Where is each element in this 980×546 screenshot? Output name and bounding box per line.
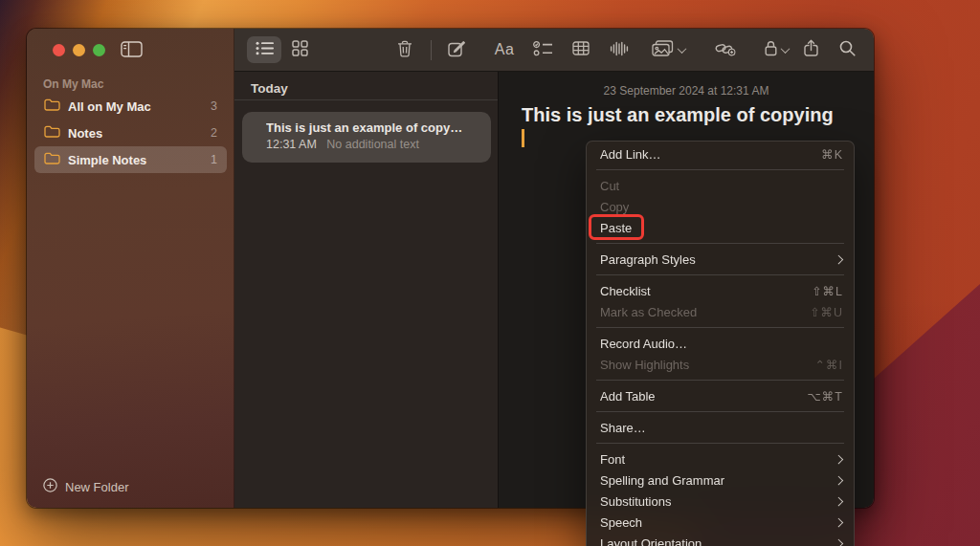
audio-graph-button[interactable] xyxy=(602,36,636,63)
menu-item-label: Show Highlights xyxy=(600,358,689,372)
toggle-sidebar-button[interactable] xyxy=(115,38,147,63)
search-button[interactable] xyxy=(830,36,864,63)
notes-group-divider xyxy=(234,99,498,100)
menu-separator xyxy=(596,327,844,328)
desktop: On My Mac All on My Mac 3 Notes 2 xyxy=(0,0,980,546)
add-link-button[interactable] xyxy=(708,36,743,63)
new-folder-label: New Folder xyxy=(65,480,128,494)
media-button[interactable] xyxy=(641,36,695,63)
menu-item-label: Add Table xyxy=(600,389,656,404)
menu-item-label: Paste xyxy=(600,221,632,235)
toolbar-divider xyxy=(431,40,432,60)
minimize-button[interactable] xyxy=(73,44,85,56)
menu-item-label: Speech xyxy=(600,515,642,530)
table-icon xyxy=(572,41,590,58)
folder-icon xyxy=(44,98,60,115)
share-button[interactable] xyxy=(793,36,828,63)
new-folder-button[interactable]: New Folder xyxy=(43,478,128,495)
zoom-button[interactable] xyxy=(93,44,105,56)
context-menu: Add Link… ⌘K Cut Copy Paste Paragraph St… xyxy=(586,141,855,546)
folder-label: All on My Mac xyxy=(68,99,203,114)
note-list-item[interactable]: This is just an example of copy… 12:31 A… xyxy=(242,112,491,163)
menu-item-add-link[interactable]: Add Link… ⌘K xyxy=(587,143,854,164)
submenu-chevron-icon xyxy=(834,496,842,505)
note-time: 12:31 AM xyxy=(266,138,317,151)
folder-label: Notes xyxy=(68,126,203,141)
sidebar-item-simple-notes[interactable]: Simple Notes 1 xyxy=(34,146,227,173)
submenu-chevron-icon xyxy=(834,454,842,463)
menu-separator xyxy=(596,443,844,444)
menu-item-shortcut: ⌘K xyxy=(821,147,843,162)
media-icon xyxy=(652,40,674,59)
menu-item-label: Cut xyxy=(600,179,619,193)
format-text-icon: Aa xyxy=(495,41,515,58)
menu-item-spelling-and-grammar[interactable]: Spelling and Grammar xyxy=(587,470,854,491)
menu-item-font[interactable]: Font xyxy=(587,448,854,470)
menu-item-label: Mark as Checked xyxy=(600,305,697,319)
share-icon xyxy=(804,39,818,60)
menu-separator xyxy=(596,243,844,244)
sidebar-item-all-on-my-mac[interactable]: All on My Mac 3 xyxy=(34,93,227,120)
menu-separator xyxy=(596,411,844,412)
lock-icon xyxy=(765,40,777,59)
menu-item-record-audio[interactable]: Record Audio… xyxy=(587,333,854,354)
delete-note-button[interactable] xyxy=(388,36,422,63)
menu-item-label: Share… xyxy=(600,421,646,435)
sidebar-section-header: On My Mac xyxy=(43,77,103,91)
menu-separator xyxy=(596,169,844,170)
list-view-icon xyxy=(256,41,274,58)
menu-item-label: Record Audio… xyxy=(600,337,687,351)
menu-item-paste[interactable]: Paste xyxy=(587,217,854,238)
sidebar-item-notes[interactable]: Notes 2 xyxy=(34,120,227,146)
submenu-chevron-icon xyxy=(834,475,842,484)
sidebar-toggle-icon xyxy=(121,41,143,60)
gallery-view-icon xyxy=(292,40,308,59)
toolbar: Aa xyxy=(234,29,874,72)
note-title: This is just an example of copy… xyxy=(266,120,479,135)
menu-item-add-table[interactable]: Add Table ⌥⌘T xyxy=(587,385,854,406)
menu-item-shortcut: ⇧⌘L xyxy=(812,284,843,298)
gallery-view-button[interactable] xyxy=(282,36,317,63)
submenu-chevron-icon xyxy=(834,538,842,546)
menu-item-label: Font xyxy=(600,452,625,467)
menu-item-label: Substitutions xyxy=(600,494,671,509)
note-count-badge: 2 xyxy=(211,126,217,140)
checklist-button[interactable] xyxy=(525,36,560,63)
menu-item-shortcut: ⇧⌘U xyxy=(810,305,843,319)
folder-icon xyxy=(44,124,60,142)
list-view-button[interactable] xyxy=(247,36,281,63)
menu-item-mark-as-checked: Mark as Checked ⇧⌘U xyxy=(587,301,854,322)
menu-item-substitutions[interactable]: Substitutions xyxy=(587,491,854,512)
menu-item-paragraph-styles[interactable]: Paragraph Styles xyxy=(587,249,854,270)
chevron-down-icon xyxy=(780,44,790,54)
text-cursor xyxy=(522,129,524,147)
format-text-button[interactable]: Aa xyxy=(487,36,522,63)
note-preview: No additional text xyxy=(326,138,419,151)
window-controls xyxy=(53,44,105,56)
sidebar: On My Mac All on My Mac 3 Notes 2 xyxy=(27,29,234,508)
notes-group-header: Today xyxy=(251,81,288,96)
link-icon xyxy=(715,41,736,59)
menu-item-checklist[interactable]: Checklist ⇧⌘L xyxy=(587,280,854,301)
close-button[interactable] xyxy=(53,44,65,56)
trash-icon xyxy=(397,40,412,60)
waveform-icon xyxy=(610,41,629,59)
note-count-badge: 1 xyxy=(211,153,217,166)
menu-item-share[interactable]: Share… xyxy=(587,417,854,438)
menu-item-label: Copy xyxy=(600,200,629,214)
menu-item-label: Paragraph Styles xyxy=(600,252,696,267)
menu-item-label: Checklist xyxy=(600,284,651,298)
checklist-icon xyxy=(533,41,553,59)
menu-item-shortcut: ⌃⌘I xyxy=(815,358,843,372)
lock-button[interactable] xyxy=(753,36,799,63)
menu-item-layout-orientation[interactable]: Layout Orientation xyxy=(587,533,854,546)
new-note-button[interactable] xyxy=(439,36,474,63)
menu-separator xyxy=(596,380,844,381)
menu-item-speech[interactable]: Speech xyxy=(587,512,854,533)
table-button[interactable] xyxy=(564,36,598,63)
folder-label: Simple Notes xyxy=(68,153,203,167)
chevron-down-icon xyxy=(677,44,686,54)
plus-circle-icon xyxy=(43,478,57,495)
note-body-title: This is just an example of copying xyxy=(522,104,855,126)
submenu-chevron-icon xyxy=(834,254,842,263)
